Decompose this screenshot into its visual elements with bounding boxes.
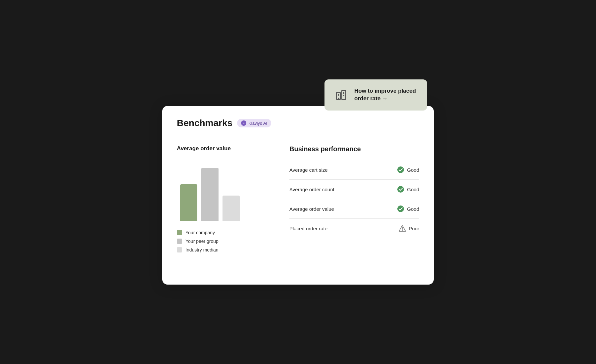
status-text-cart-size: Good (407, 167, 419, 173)
status-text-order-rate: Poor (409, 226, 419, 231)
performance-status-cart-size: Good (397, 166, 419, 173)
status-text-order-count: Good (407, 187, 419, 192)
svg-point-11 (402, 230, 403, 231)
good-check-icon-2 (397, 186, 404, 193)
bar-chart (177, 161, 270, 221)
chart-section: Average order value Your company Your pe… (177, 145, 270, 252)
building-icon (334, 88, 348, 102)
legend-item-peer: Your peer group (177, 239, 270, 244)
bar-industry (223, 196, 240, 221)
performance-label-order-count: Average order count (289, 187, 334, 192)
svg-rect-5 (338, 98, 339, 100)
performance-status-order-count: Good (397, 186, 419, 193)
legend-color-industry (177, 247, 182, 252)
performance-row-order-rate: Placed order rate Poor (289, 219, 419, 238)
scene: How to improve placed order rate → Bench… (162, 79, 434, 285)
legend-item-company: Your company (177, 230, 270, 235)
performance-row-order-value: Average order value Good (289, 199, 419, 219)
card-content: Average order value Your company Your pe… (177, 145, 419, 252)
performance-row-cart-size: Average cart size Good (289, 160, 419, 180)
chart-legend: Your company Your peer group Industry me… (177, 230, 270, 252)
performance-status-order-value: Good (397, 205, 419, 212)
legend-label-peer: Your peer group (185, 239, 219, 244)
poor-warning-icon (399, 225, 406, 232)
legend-label-industry: Industry median (185, 247, 219, 252)
legend-label-company: Your company (185, 230, 215, 235)
performance-label-cart-size: Average cart size (289, 167, 328, 173)
svg-point-8 (397, 205, 404, 212)
chart-title: Average order value (177, 145, 270, 152)
badge-label: Klaviyo AI (248, 121, 267, 126)
svg-point-6 (397, 166, 404, 173)
good-check-icon-1 (397, 166, 404, 173)
page-title: Benchmarks (177, 118, 232, 128)
klaviyo-badge-icon (241, 120, 246, 126)
performance-status-order-rate: Poor (399, 225, 419, 232)
status-text-order-value: Good (407, 206, 419, 212)
performance-label-order-value: Average order value (289, 206, 334, 212)
legend-color-company (177, 230, 182, 235)
svg-rect-2 (338, 94, 339, 96)
performance-title: Business performance (289, 145, 419, 153)
good-check-icon-3 (397, 205, 404, 212)
legend-color-peer (177, 239, 182, 244)
bar-your-company (180, 184, 197, 221)
legend-item-industry: Industry median (177, 247, 270, 252)
tooltip-text: How to improve placed order rate → (354, 87, 418, 103)
performance-label-order-rate: Placed order rate (289, 226, 327, 231)
klaviyo-ai-badge: Klaviyo AI (237, 119, 271, 127)
svg-rect-3 (343, 92, 344, 94)
main-card: Benchmarks Klaviyo AI Average order valu… (162, 106, 434, 285)
card-header: Benchmarks Klaviyo AI (177, 118, 419, 136)
svg-point-7 (397, 186, 404, 193)
performance-row-order-count: Average order count Good (289, 180, 419, 199)
performance-section: Business performance Average cart size G… (289, 145, 419, 252)
tooltip-card[interactable]: How to improve placed order rate → (324, 79, 427, 111)
bar-peer-group (201, 168, 219, 221)
svg-rect-4 (343, 95, 344, 96)
